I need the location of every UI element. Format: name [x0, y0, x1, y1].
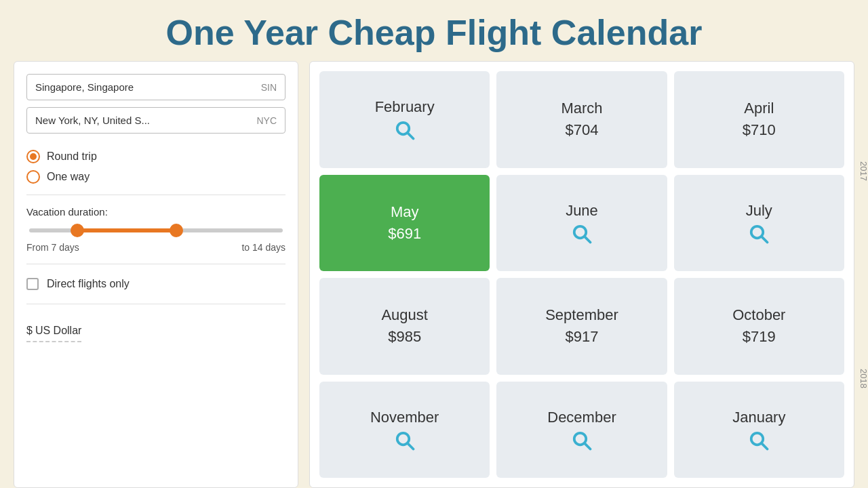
destination-code: NYC: [256, 115, 277, 126]
month-name: July: [746, 202, 772, 220]
divider-1: [26, 195, 285, 195]
search-icon: [572, 430, 592, 451]
divider-3: [26, 304, 285, 304]
month-name: October: [732, 306, 785, 324]
search-icon: [749, 430, 769, 451]
svg-line-3: [585, 237, 590, 242]
divider-2: [26, 264, 285, 264]
origin-code: SIN: [261, 82, 277, 93]
month-cell-september[interactable]: September$917: [496, 278, 667, 375]
month-price: $719: [743, 328, 776, 346]
month-price: $704: [566, 121, 599, 139]
month-cell-january[interactable]: January: [674, 382, 844, 479]
month-cell-november[interactable]: November: [319, 382, 490, 479]
svg-line-11: [762, 443, 768, 449]
month-name: September: [545, 306, 618, 324]
month-cell-july[interactable]: July: [674, 175, 844, 272]
month-name: November: [370, 409, 439, 426]
month-cell-august[interactable]: August$985: [319, 278, 490, 375]
month-price: $985: [388, 328, 421, 346]
search-icon: [395, 120, 415, 140]
slider-thumb-left[interactable]: [71, 224, 84, 237]
month-name: February: [375, 98, 435, 116]
search-icon: [749, 224, 769, 244]
slider-labels: From 7 days to 14 days: [26, 242, 285, 253]
origin-input[interactable]: Singapore, Singapore SIN: [26, 74, 285, 100]
slider-fill: [77, 228, 176, 232]
duration-to-label: to 14 days: [241, 242, 285, 253]
month-cell-april[interactable]: April$710: [674, 71, 844, 168]
month-price: $917: [566, 328, 599, 346]
year-2017-label: 2017: [859, 71, 868, 270]
month-name: January: [732, 409, 785, 426]
direct-flights-label: Direct flights only: [47, 278, 130, 290]
origin-value: Singapore, Singapore: [35, 81, 134, 93]
month-price: $710: [743, 121, 776, 139]
month-name: March: [561, 100, 602, 117]
calendar-grid: 2017 2018 FebruaryMarch$704April$710May$…: [309, 61, 854, 488]
month-cell-june[interactable]: June: [496, 175, 667, 272]
month-name: May: [391, 203, 419, 221]
svg-line-7: [408, 443, 413, 449]
one-way-radio[interactable]: [26, 170, 40, 184]
month-cell-may[interactable]: May$691: [319, 175, 490, 272]
year-2018-label: 2018: [859, 279, 868, 478]
month-price: $691: [388, 225, 421, 243]
vacation-duration-label: Vacation duration:: [26, 206, 285, 218]
month-cell-february[interactable]: February: [319, 71, 490, 168]
currency-symbol: $: [26, 325, 33, 337]
round-trip-option[interactable]: Round trip: [26, 150, 285, 163]
duration-from-label: From 7 days: [26, 242, 79, 253]
round-trip-radio[interactable]: [26, 150, 40, 163]
month-name: December: [547, 409, 616, 426]
search-icon: [572, 224, 592, 244]
search-icon: [395, 430, 415, 451]
one-way-label: One way: [47, 171, 90, 183]
month-cell-march[interactable]: March$704: [496, 71, 667, 168]
svg-line-9: [585, 443, 590, 449]
svg-line-5: [762, 237, 768, 242]
one-way-option[interactable]: One way: [26, 170, 285, 184]
direct-flights-row: Direct flights only: [26, 278, 285, 290]
duration-slider-track: [29, 228, 283, 232]
round-trip-radio-inner: [30, 153, 37, 160]
svg-line-1: [408, 134, 413, 139]
trip-type-group: Round trip One way: [26, 150, 285, 184]
month-name: June: [566, 202, 598, 220]
page-title: One Year Cheap Flight Calendar: [0, 0, 868, 61]
month-name: April: [744, 100, 774, 117]
month-name: August: [381, 306, 428, 324]
round-trip-label: Round trip: [47, 150, 97, 163]
currency-label: US Dollar: [35, 325, 81, 337]
destination-value: New York, NY, United S...: [35, 115, 150, 126]
destination-input[interactable]: New York, NY, United S... NYC: [26, 107, 285, 134]
month-cell-december[interactable]: December: [496, 382, 667, 479]
left-panel: Singapore, Singapore SIN New York, NY, U…: [14, 61, 298, 488]
month-cell-october[interactable]: October$719: [674, 278, 844, 375]
slider-thumb-right[interactable]: [170, 224, 183, 237]
currency-row[interactable]: $ US Dollar: [26, 325, 81, 342]
direct-flights-checkbox[interactable]: [26, 278, 39, 290]
main-content: Singapore, Singapore SIN New York, NY, U…: [0, 61, 868, 488]
